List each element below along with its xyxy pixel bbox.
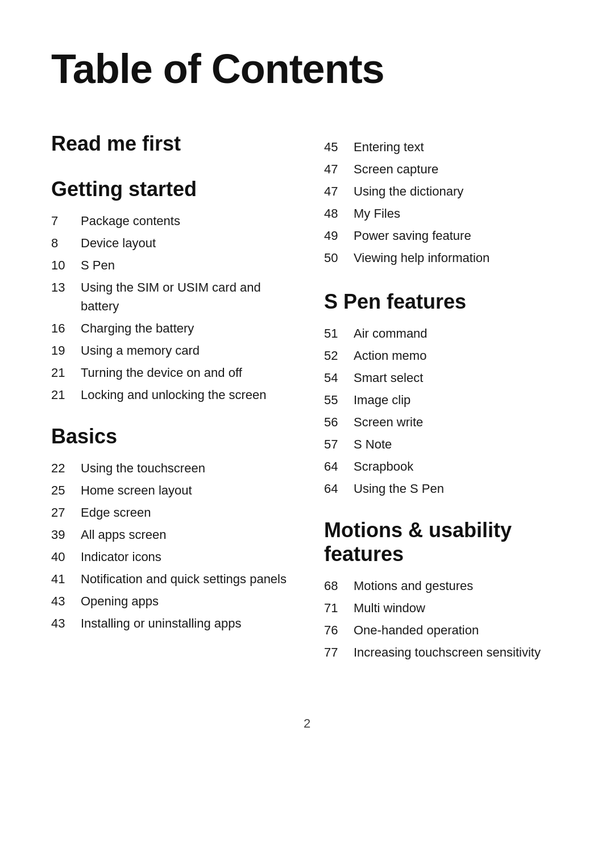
list-item: 13 Using the SIM or USIM card and batter… <box>51 278 290 315</box>
page-number: 51 <box>324 324 354 343</box>
page-number: 64 <box>324 457 354 476</box>
list-item: 64 Scrapbook <box>324 457 563 476</box>
page-number: 21 <box>51 363 81 382</box>
basics-continued-list: 45 Entering text 47 Screen capture 47 Us… <box>324 138 563 267</box>
section-title-getting-started: Getting started <box>51 177 290 201</box>
list-item: 56 Screen write <box>324 413 563 431</box>
basics-list: 22 Using the touchscreen 25 Home screen … <box>51 459 290 633</box>
left-column: Read me first Getting started 7 Package … <box>51 132 290 682</box>
page-number: 68 <box>324 576 354 595</box>
page-number: 45 <box>324 138 354 156</box>
page-number: 56 <box>324 413 354 431</box>
page-number: 48 <box>324 204 354 223</box>
item-label: Charging the battery <box>81 319 194 338</box>
page-number: 8 <box>51 234 81 252</box>
page-footer: 2 <box>51 716 563 731</box>
item-label: Power saving feature <box>354 226 471 245</box>
page-number: 40 <box>51 547 81 566</box>
page-number: 57 <box>324 435 354 454</box>
item-label: Smart select <box>354 368 423 387</box>
item-label: Installing or uninstalling apps <box>81 614 242 633</box>
item-label: Image clip <box>354 391 410 409</box>
list-item: 39 All apps screen <box>51 525 290 544</box>
section-basics-continued: 45 Entering text 47 Screen capture 47 Us… <box>324 138 563 267</box>
item-label: Scrapbook <box>354 457 413 476</box>
item-label: Using the SIM or USIM card and battery <box>81 278 290 315</box>
list-item: 71 Multi window <box>324 599 563 617</box>
section-read-me-first: Read me first <box>51 132 290 156</box>
list-item: 21 Turning the device on and off <box>51 363 290 382</box>
page-title: Table of Contents <box>51 45 563 92</box>
list-item: 52 Action memo <box>324 346 563 365</box>
list-item: 40 Indicator icons <box>51 547 290 566</box>
page-number: 19 <box>51 341 81 360</box>
item-label: Action memo <box>354 346 426 365</box>
item-label: Entering text <box>354 138 424 156</box>
list-item: 51 Air command <box>324 324 563 343</box>
page-number: 27 <box>51 503 81 522</box>
page-number: 54 <box>324 368 354 387</box>
section-motions-usability: Motions & usability features 68 Motions … <box>324 518 563 662</box>
item-label: Package contents <box>81 211 180 230</box>
page-number: 25 <box>51 481 81 500</box>
page-number: 22 <box>51 459 81 477</box>
list-item: 41 Notification and quick settings panel… <box>51 570 290 588</box>
page-number: 7 <box>51 211 81 230</box>
list-item: 10 S Pen <box>51 256 290 275</box>
page-number: 49 <box>324 226 354 245</box>
list-item: 50 Viewing help information <box>324 248 563 267</box>
item-label: Opening apps <box>81 592 159 610</box>
list-item: 19 Using a memory card <box>51 341 290 360</box>
list-item: 22 Using the touchscreen <box>51 459 290 477</box>
list-item: 49 Power saving feature <box>324 226 563 245</box>
section-getting-started: Getting started 7 Package contents 8 Dev… <box>51 177 290 404</box>
item-label: All apps screen <box>81 525 166 544</box>
page-number: 71 <box>324 599 354 617</box>
page-number: 50 <box>324 248 354 267</box>
page-number: 16 <box>51 319 81 338</box>
list-item: 64 Using the S Pen <box>324 479 563 498</box>
list-item: 21 Locking and unlocking the screen <box>51 385 290 404</box>
list-item: 16 Charging the battery <box>51 319 290 338</box>
item-label: Using the S Pen <box>354 479 444 498</box>
page-number: 77 <box>324 643 354 662</box>
item-label: Edge screen <box>81 503 151 522</box>
page-number: 52 <box>324 346 354 365</box>
footer-page-number: 2 <box>304 716 310 730</box>
page-number: 47 <box>324 160 354 178</box>
page-number: 76 <box>324 621 354 639</box>
list-item: 8 Device layout <box>51 234 290 252</box>
page-number: 64 <box>324 479 354 498</box>
section-title-s-pen: S Pen features <box>324 290 563 314</box>
item-label: One-handed operation <box>354 621 479 639</box>
section-title-basics: Basics <box>51 425 290 448</box>
section-basics: Basics 22 Using the touchscreen 25 Home … <box>51 425 290 633</box>
item-label: Using a memory card <box>81 341 200 360</box>
item-label: S Pen <box>81 256 115 275</box>
item-label: Screen write <box>354 413 423 431</box>
list-item: 43 Installing or uninstalling apps <box>51 614 290 633</box>
page-number: 43 <box>51 614 81 633</box>
item-label: Increasing touchscreen sensitivity <box>354 643 541 662</box>
list-item: 68 Motions and gestures <box>324 576 563 595</box>
page-number: 13 <box>51 278 81 297</box>
list-item: 54 Smart select <box>324 368 563 387</box>
list-item: 45 Entering text <box>324 138 563 156</box>
item-label: Device layout <box>81 234 156 252</box>
item-label: Motions and gestures <box>354 576 473 595</box>
item-label: Notification and quick settings panels <box>81 570 287 588</box>
item-label: Air command <box>354 324 428 343</box>
list-item: 76 One-handed operation <box>324 621 563 639</box>
item-label: S Note <box>354 435 392 454</box>
page-number: 55 <box>324 391 354 409</box>
list-item: 47 Screen capture <box>324 160 563 178</box>
item-label: Using the touchscreen <box>81 459 205 477</box>
page-number: 21 <box>51 385 81 404</box>
list-item: 47 Using the dictionary <box>324 182 563 201</box>
section-title-read-me: Read me first <box>51 132 290 156</box>
right-column: 45 Entering text 47 Screen capture 47 Us… <box>324 132 563 682</box>
page-number: 41 <box>51 570 81 588</box>
page-number: 43 <box>51 592 81 610</box>
list-item: 7 Package contents <box>51 211 290 230</box>
item-label: Using the dictionary <box>354 182 463 201</box>
